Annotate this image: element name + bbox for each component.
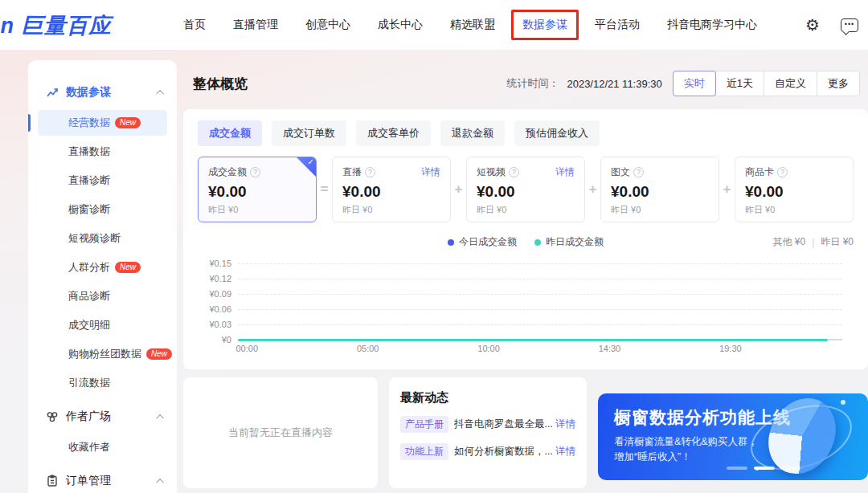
sidebar-item-label: 商品诊断 — [68, 289, 110, 304]
y-axis-label: ¥0.15 — [198, 259, 231, 268]
news-item[interactable]: 功能上新 如何分析橱窗数据，... 详情 — [400, 443, 575, 460]
yesterday-note-text: 昨日 ¥0 — [821, 235, 854, 249]
sidebar-item-favorite-authors[interactable]: 收藏作者 — [28, 433, 177, 462]
y-axis-label: ¥0.12 — [198, 274, 231, 283]
note-divider: | — [812, 237, 814, 248]
metric-value: ¥0.00 — [611, 183, 709, 201]
x-axis-label: 14:30 — [599, 344, 621, 353]
settings-gear-icon[interactable]: ⚙ — [805, 17, 820, 33]
tab-commission-income[interactable]: 预估佣金收入 — [514, 120, 600, 146]
news-text: 如何分析橱窗数据，... — [454, 445, 553, 458]
latest-news-card: 最新动态 产品手册 抖音电商罗盘最全最... 详情 功能上新 如何分析橱窗数据，… — [389, 377, 587, 488]
sidebar-item-showcase-diagnosis[interactable]: 橱窗诊断 — [28, 195, 177, 224]
tab-order-count[interactable]: 成交订单数 — [272, 120, 346, 146]
legend-dot-yesterday-icon — [534, 239, 541, 246]
nav-item-data-advisor[interactable]: 数据参谋 — [522, 18, 567, 32]
tab-avg-order-value[interactable]: 成交客单价 — [356, 120, 431, 146]
news-item[interactable]: 产品手册 抖音电商罗盘最全最... 详情 — [400, 416, 575, 433]
sidebar-item-label: 直播数据 — [68, 145, 110, 159]
stat-time-value: 2023/12/21 11:39:30 — [567, 78, 661, 90]
other-amount-note: 其他 ¥0 | 昨日 ¥0 — [773, 235, 854, 249]
sidebar-section-data-advisor[interactable]: 数据参谋 — [28, 76, 177, 108]
tab-refund-amount[interactable]: 退款金额 — [440, 120, 505, 146]
pie-chart-illustration — [754, 397, 850, 477]
help-question-icon[interactable]: ? — [509, 167, 519, 177]
promo-banner[interactable]: 橱窗数据分析功能上线 看清橱窗流量&转化&购买人群， 增加“睡后收入”！ — [598, 393, 868, 480]
metric-card-image-text[interactable]: 图文 ? ¥0.00 昨日 ¥0 — [600, 157, 719, 222]
sidebar-item-audience-analysis[interactable]: 人群分析 New — [28, 253, 177, 282]
new-badge: New — [115, 262, 141, 273]
news-detail-link[interactable]: 详情 — [555, 418, 575, 431]
top-nav: in 巨量百应 首页 直播管理 创意中心 成长中心 精选联盟 数据参谋 平台活动… — [0, 0, 868, 50]
sidebar-item-label: 直播诊断 — [68, 173, 110, 188]
x-axis-label: 19:30 — [719, 344, 742, 353]
sidebar-item-video-diagnosis[interactable]: 短视频诊断 — [28, 224, 177, 253]
metric-yesterday: 昨日 ¥0 — [477, 204, 575, 216]
help-question-icon[interactable]: ? — [633, 167, 644, 177]
sidebar-section-label: 数据参谋 — [66, 85, 111, 100]
help-question-icon[interactable]: ? — [365, 167, 375, 177]
metric-card-product-card[interactable]: 商品卡 ? ¥0.00 昨日 ¥0 — [735, 157, 854, 222]
metric-yesterday: 昨日 ¥0 — [745, 204, 843, 216]
nav-item-home[interactable]: 首页 — [183, 18, 206, 32]
overview-header: 整体概览 统计时间： 2023/12/21 11:39:30 实时 近1天 自定… — [183, 50, 868, 109]
equals-operator: = — [317, 181, 332, 198]
nav-item-platform-activity[interactable]: 平台活动 — [595, 18, 640, 32]
sidebar-item-product-diagnosis[interactable]: 商品诊断 — [28, 282, 177, 311]
clipboard-icon — [46, 475, 59, 487]
detail-link[interactable]: 详情 — [421, 165, 440, 179]
legend-label: 今日成交金额 — [459, 235, 517, 249]
time-filter-realtime[interactable]: 实时 — [673, 71, 716, 96]
sparkle-dot-icon — [841, 400, 845, 405]
nav-item-featured-alliance[interactable]: 精选联盟 — [450, 18, 495, 32]
help-question-icon[interactable]: ? — [777, 167, 788, 177]
nav-item-creative-center[interactable]: 创意中心 — [305, 18, 350, 32]
sidebar-item-label: 收藏作者 — [68, 440, 110, 454]
sidebar-item-traffic-data[interactable]: 引流数据 — [28, 369, 177, 397]
gmv-trend-chart: ¥0.15 ¥0.12 ¥0.09 ¥0.06 ¥0.03 ¥0 00:00 0… — [198, 260, 854, 357]
carousel-indicator[interactable] — [727, 467, 747, 470]
sidebar-section-author-square[interactable]: 作者广场 — [28, 401, 177, 433]
gridline: ¥0.12 — [238, 279, 842, 279]
messages-icon[interactable]: ••• — [841, 18, 858, 32]
selected-indicator-bar — [28, 114, 31, 132]
time-filter-1day[interactable]: 近1天 — [715, 71, 764, 96]
news-text: 抖音电商罗盘最全最... — [454, 418, 553, 431]
news-tag-product-manual[interactable]: 产品手册 — [400, 416, 448, 433]
sidebar-item-fans-club-data[interactable]: 购物粉丝团数据 New — [28, 340, 177, 369]
detail-link[interactable]: 详情 — [555, 165, 575, 179]
sidebar-item-live-data[interactable]: 直播数据 — [28, 137, 177, 166]
metric-yesterday: 昨日 ¥0 — [208, 204, 306, 216]
news-tag-new-feature[interactable]: 功能上新 — [400, 443, 448, 460]
overview-card: 成交金额 成交订单数 成交客单价 退款金额 预估佣金收入 ✓ 成交金额 ? ¥0… — [183, 109, 868, 369]
sidebar-section-order-management[interactable]: 订单管理 — [28, 465, 177, 493]
sidebar-item-live-diagnosis[interactable]: 直播诊断 — [28, 166, 177, 195]
messages-tail-icon — [842, 28, 849, 35]
gridline: ¥0.09 — [238, 294, 842, 295]
nav-item-data-advisor-label: 数据参谋 — [522, 18, 567, 31]
bottom-row: 当前暂无正在直播内容 最新动态 产品手册 抖音电商罗盘最全最... 详情 功能上… — [183, 377, 868, 488]
nav-item-live-management[interactable]: 直播管理 — [233, 18, 278, 32]
app-logo[interactable]: in 巨量百应 — [0, 11, 112, 40]
main-panel: 整体概览 统计时间： 2023/12/21 11:39:30 实时 近1天 自定… — [183, 50, 868, 493]
time-filter-area: 统计时间： 2023/12/21 11:39:30 实时 近1天 自定义 更多 — [506, 71, 860, 96]
metric-card-total-gmv[interactable]: ✓ 成交金额 ? ¥0.00 昨日 ¥0 — [198, 157, 317, 222]
help-question-icon[interactable]: ? — [250, 167, 260, 177]
metric-card-video[interactable]: 短视频 ? 详情 ¥0.00 昨日 ¥0 — [466, 157, 585, 222]
metric-card-live[interactable]: 直播 ? 详情 ¥0.00 昨日 ¥0 — [332, 157, 451, 222]
metric-value: ¥0.00 — [745, 183, 843, 201]
sidebar-item-business-data[interactable]: 经营数据 New — [28, 108, 177, 137]
legend-today-gmv[interactable]: 今日成交金额 — [448, 235, 517, 249]
page-title: 整体概览 — [193, 75, 248, 93]
sidebar-item-label: 经营数据 — [68, 116, 110, 130]
nav-item-growth-center[interactable]: 成长中心 — [378, 18, 423, 32]
time-filter-custom[interactable]: 自定义 — [764, 71, 817, 96]
metric-yesterday: 昨日 ¥0 — [611, 204, 709, 216]
time-filter-more[interactable]: 更多 — [817, 71, 860, 96]
news-detail-link[interactable]: 详情 — [555, 445, 575, 458]
nav-item-learning-center[interactable]: 抖音电商学习中心 — [667, 18, 757, 32]
metric-card-row: ✓ 成交金额 ? ¥0.00 昨日 ¥0 = 直播 ? 详情 — [198, 157, 854, 222]
sidebar-item-transaction-detail[interactable]: 成交明细 — [28, 311, 177, 340]
legend-yesterday-gmv[interactable]: 昨日成交金额 — [534, 235, 604, 249]
tab-gmv[interactable]: 成交金额 — [198, 120, 262, 146]
